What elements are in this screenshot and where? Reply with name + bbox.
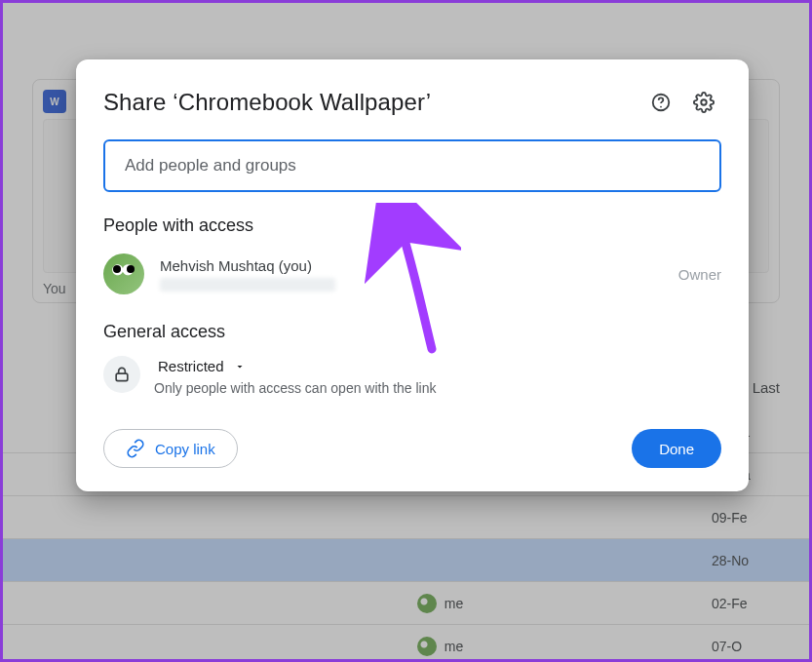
share-dialog: Share ‘Chromebook Wallpaper’ People with… bbox=[76, 59, 749, 491]
svg-point-1 bbox=[660, 106, 662, 108]
add-people-input[interactable] bbox=[103, 139, 721, 192]
person-email-redacted bbox=[160, 278, 335, 292]
gear-icon[interactable] bbox=[686, 85, 721, 120]
access-level-description: Only people with access can open with th… bbox=[154, 380, 437, 396]
copy-link-button[interactable]: Copy link bbox=[103, 429, 238, 468]
person-row: Mehvish Mushtaq (you) Owner bbox=[103, 250, 721, 298]
copy-link-label: Copy link bbox=[155, 441, 215, 457]
general-access-heading: General access bbox=[103, 322, 721, 342]
access-level-label: Restricted bbox=[158, 358, 224, 374]
svg-point-2 bbox=[701, 99, 707, 105]
caret-down-icon bbox=[234, 361, 246, 372]
avatar bbox=[103, 253, 144, 294]
people-with-access-heading: People with access bbox=[103, 215, 721, 236]
lock-icon bbox=[103, 356, 140, 393]
dialog-title: Share ‘Chromebook Wallpaper’ bbox=[103, 89, 636, 116]
svg-rect-3 bbox=[116, 373, 128, 381]
done-button[interactable]: Done bbox=[632, 429, 721, 468]
help-icon[interactable] bbox=[643, 85, 678, 120]
access-level-dropdown[interactable]: Restricted bbox=[154, 356, 437, 376]
link-icon bbox=[126, 439, 145, 458]
person-name: Mehvish Mushtaq (you) bbox=[160, 257, 663, 274]
person-role: Owner bbox=[678, 266, 721, 283]
